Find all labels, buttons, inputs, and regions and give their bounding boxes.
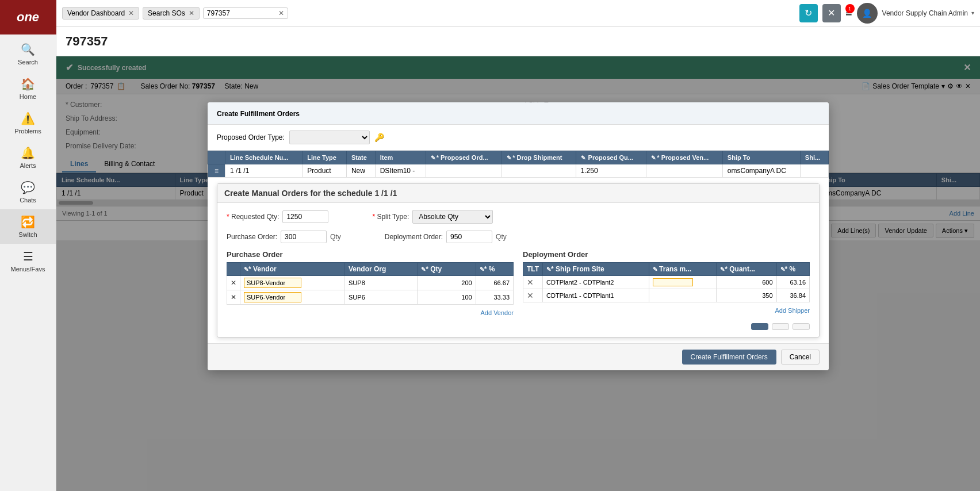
po-qty-1[interactable] xyxy=(443,279,472,286)
create-fulfillment-title: Create Fulfillment Orders xyxy=(217,110,300,118)
notification-button[interactable]: ≡ 1 xyxy=(845,6,852,20)
sub-section-tables: Purchase Order ✎* Vendor Vendor Org ✎* Q… xyxy=(227,250,810,319)
search-icon: 🔍 xyxy=(21,43,35,56)
outer-cell-line-schedule: 1 /1 /1 xyxy=(225,164,303,178)
cancel-button[interactable]: Cancel xyxy=(781,350,820,365)
sidebar-item-chats[interactable]: 💬 Chats xyxy=(0,175,56,209)
add-shipper-link[interactable]: Add Shipper xyxy=(523,305,810,316)
user-avatar: 👤 xyxy=(857,3,878,24)
proposed-order-type-label: Proposed Order Type: xyxy=(217,133,285,141)
create-fulfillment-header: Create Fulfillment Orders xyxy=(208,102,829,125)
outer-col-state: State xyxy=(346,151,375,164)
topbar-right: ↻ ✕ ≡ 1 👤 Vendor Supply Chain Admin ▾ xyxy=(799,3,974,24)
deployment-order-input[interactable] xyxy=(446,231,492,243)
po-col-vendor: ✎* Vendor xyxy=(240,263,345,276)
inner-modal: Create Manual Orders for the schedule 1 … xyxy=(217,183,820,337)
page-header: 797357 xyxy=(56,26,980,56)
alerts-icon: 🔔 xyxy=(21,146,35,160)
outer-col-drop-shipment: ✎* Drop Shipment xyxy=(502,151,576,164)
po-row-2[interactable]: ✕ SUP6 33.33 xyxy=(227,290,514,305)
ship-from-2: CDTPlant1 - CDTPlant1 xyxy=(543,289,649,302)
add-vendor-link[interactable]: Add Vendor xyxy=(227,307,514,319)
reset-button[interactable] xyxy=(772,323,789,330)
purchase-order-input[interactable] xyxy=(281,231,327,243)
purchase-order-label: Purchase Order: xyxy=(227,233,277,241)
deployment-table: TLT ✎* Ship From Site ✎ Trans m... ✎* Qu… xyxy=(523,262,810,302)
close-vendor-dashboard-tab[interactable]: ✕ xyxy=(128,9,134,17)
po-col-pct: ✎* % xyxy=(476,263,513,276)
sidebar-item-problems[interactable]: ⚠️ Problems xyxy=(0,106,56,140)
close-inner-modal-button[interactable] xyxy=(793,323,810,330)
requested-qty-group: Requested Qty: xyxy=(227,210,328,223)
outer-table-row[interactable]: ≡ 1 /1 /1 Product New DSItem10 - 1.250 o… xyxy=(208,164,829,178)
inner-form-row-1: Requested Qty: Split Type: Absolute Qty xyxy=(227,210,810,224)
do-row-2[interactable]: ✕ CDTPlant1 - CDTPlant1 36.84 xyxy=(523,289,810,302)
notification-badge: 1 xyxy=(845,4,855,13)
topbar: Vendor Dashboard ✕ Search SOs ✕ ✕ ↻ ✕ ≡ … xyxy=(56,0,980,26)
close-search-tab[interactable]: ✕ xyxy=(278,9,284,17)
user-info[interactable]: Vendor Supply Chain Admin ▾ xyxy=(882,9,974,17)
trans-m-1[interactable] xyxy=(653,278,693,286)
outer-cell-state: New xyxy=(346,164,375,178)
close-button[interactable]: ✕ xyxy=(822,4,841,22)
proposed-order-type-select[interactable] xyxy=(289,131,370,144)
outer-col-icon xyxy=(208,151,225,164)
remove-po-row-2[interactable]: ✕ xyxy=(231,293,236,301)
outer-cell-item: DSItem10 - xyxy=(375,164,426,178)
do-row-1[interactable]: ✕ CDTPlant2 - CDTPlant2 63.16 xyxy=(523,276,810,289)
tlt-x-2[interactable]: ✕ xyxy=(527,291,534,300)
sidebar-item-search[interactable]: 🔍 Search xyxy=(0,37,56,71)
tab-search-sos[interactable]: Search SOs ✕ xyxy=(143,7,200,20)
save-button[interactable] xyxy=(751,323,768,330)
po-pct-1: 66.67 xyxy=(476,276,513,290)
po-col-remove xyxy=(227,263,240,276)
sidebar-item-switch[interactable]: 🔁 Switch xyxy=(0,209,56,244)
deployment-order-panel: Deployment Order TLT ✎* Ship From Site ✎… xyxy=(523,250,810,319)
modal-overlay: Create Fulfillment Orders Proposed Order… xyxy=(56,56,980,491)
split-type-select[interactable]: Absolute Qty xyxy=(412,210,493,224)
switch-icon: 🔁 xyxy=(21,215,35,229)
requested-qty-input[interactable] xyxy=(282,210,328,223)
outer-col-shi: Shi... xyxy=(800,151,828,164)
outer-cell-proposed-ord xyxy=(426,164,502,178)
proposed-order-row: Proposed Order Type: 🔑 xyxy=(208,125,829,151)
inner-modal-title: Create Manual Orders for the schedule 1 … xyxy=(217,184,819,203)
do-qty-1[interactable] xyxy=(744,279,773,286)
create-fulfillment-orders-button[interactable]: Create Fulfillment Orders xyxy=(682,350,776,365)
inner-form-row-2: Purchase Order: Qty Deployment Order: Qt… xyxy=(227,231,810,243)
inner-modal-footer xyxy=(227,323,810,330)
remove-po-row-1[interactable]: ✕ xyxy=(231,279,236,287)
outer-col-proposed-ven: ✎* Proposed Ven... xyxy=(646,151,723,164)
po-row-1[interactable]: ✕ SUP8 66.67 xyxy=(227,276,514,290)
outer-col-ship-to: Ship To xyxy=(722,151,800,164)
deployment-order-section-label: Deployment Order xyxy=(523,250,810,259)
problems-icon: ⚠️ xyxy=(21,112,35,125)
refresh-button[interactable]: ↻ xyxy=(799,4,818,22)
do-qty-2[interactable] xyxy=(744,292,773,299)
sidebar-item-menus[interactable]: ☰ Menus/Favs xyxy=(0,244,56,278)
outer-cell-proposed-ven xyxy=(646,164,723,178)
outer-cell-drop-shipment xyxy=(502,164,576,178)
search-tab-input-container: ✕ xyxy=(203,7,288,19)
vendor-input-1[interactable] xyxy=(244,278,301,288)
tlt-x-1[interactable]: ✕ xyxy=(527,278,534,287)
vendor-input-2[interactable] xyxy=(244,292,301,302)
trans-m-2[interactable] xyxy=(653,292,693,299)
home-icon: 🏠 xyxy=(21,77,35,91)
search-input[interactable] xyxy=(207,9,276,17)
close-search-sos-tab[interactable]: ✕ xyxy=(189,9,194,17)
ship-from-1: CDTPlant2 - CDTPlant2 xyxy=(543,276,649,289)
chats-icon: 💬 xyxy=(21,181,35,194)
outer-modal-footer: Create Fulfillment Orders Cancel xyxy=(208,343,829,370)
tab-vendor-dashboard[interactable]: Vendor Dashboard ✕ xyxy=(62,7,139,20)
purchase-order-section-label: Purchase Order xyxy=(227,250,514,259)
do-col-tlt: TLT xyxy=(523,263,543,276)
po-qty-2[interactable] xyxy=(443,294,472,301)
sidebar-item-home[interactable]: 🏠 Home xyxy=(0,71,56,106)
inner-modal-body: Requested Qty: Split Type: Absolute Qty xyxy=(217,203,819,337)
sidebar-item-alerts[interactable]: 🔔 Alerts xyxy=(0,140,56,175)
main-panel: Vendor Dashboard ✕ Search SOs ✕ ✕ ↻ ✕ ≡ … xyxy=(56,0,980,491)
split-type-label: Split Type: xyxy=(372,213,409,221)
key-icon: 🔑 xyxy=(374,133,384,142)
app-logo[interactable]: one xyxy=(0,0,56,34)
